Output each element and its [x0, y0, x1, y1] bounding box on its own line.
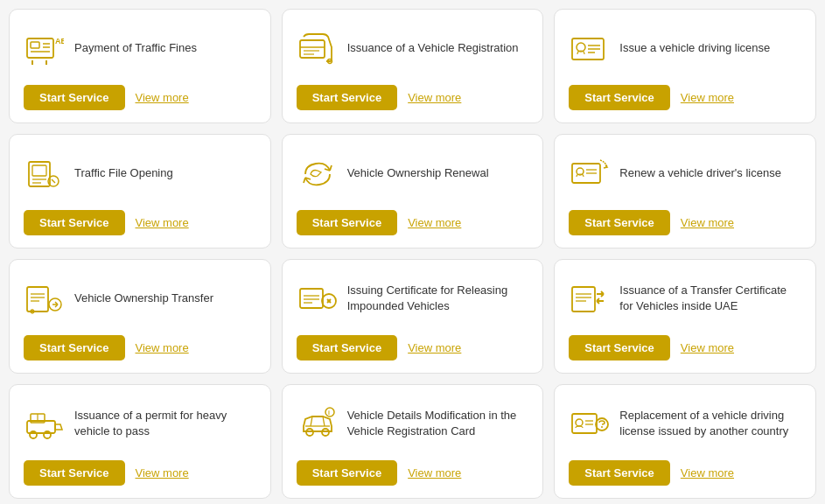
transfer-cert-icon	[569, 281, 611, 316]
card-actions: Start Service View more	[24, 85, 189, 110]
card-title: Renew a vehicle driver's license	[619, 165, 781, 181]
view-more-link[interactable]: View more	[681, 91, 734, 104]
card-header: Vehicle Ownership Transfer	[24, 272, 213, 325]
card-actions: Start Service View more	[569, 335, 734, 360]
card-actions: Start Service View more	[569, 85, 734, 110]
svg-point-55	[325, 408, 334, 416]
service-card-vehicle-ownership-transfer: Vehicle Ownership Transfer Start Service…	[9, 259, 271, 374]
start-service-button[interactable]: Start Service	[569, 85, 670, 110]
svg-rect-1	[31, 42, 39, 48]
service-card-vehicle-ownership-renewal: Vehicle Ownership Renewal Start Service …	[282, 134, 544, 248]
view-more-link[interactable]: View more	[408, 466, 461, 480]
svg-line-23	[52, 179, 55, 183]
ownership-renewal-icon	[297, 156, 339, 191]
service-card-payment-traffic-fines: AED Payment of Traffic Fines Start Servi…	[9, 9, 271, 123]
card-title: Issuing Certificate for Releasing Impoun…	[347, 283, 529, 314]
start-service-button[interactable]: Start Service	[24, 335, 125, 360]
card-header: Issue a vehicle driving license	[569, 22, 770, 74]
card-actions: Start Service View more	[24, 460, 189, 486]
start-service-button[interactable]: Start Service	[297, 460, 398, 486]
service-card-renew-driver-license: Renew a vehicle driver's license Start S…	[554, 134, 816, 248]
driving-license-icon	[569, 31, 611, 66]
card-title: Issuance of a Vehicle Registration	[347, 40, 519, 56]
card-title: Issue a vehicle driving license	[619, 40, 770, 56]
card-header: Issuance of a permit for heavy vehicle t…	[24, 397, 256, 450]
svg-point-53	[306, 429, 313, 436]
card-actions: Start Service View more	[24, 335, 189, 360]
service-card-issuing-certificate-impounded: Issuing Certificate for Releasing Impoun…	[282, 259, 544, 374]
svg-rect-28	[27, 287, 48, 312]
traffic-fine-icon: AED	[24, 31, 66, 66]
card-title: Payment of Traffic Fines	[74, 40, 197, 56]
card-actions: Start Service View more	[24, 210, 189, 235]
start-service-button[interactable]: Start Service	[24, 210, 125, 235]
card-title: Issuance of a Transfer Certificate for V…	[619, 283, 801, 314]
renew-license-icon	[569, 156, 611, 191]
card-header: Vehicle Ownership Renewal	[297, 147, 489, 200]
start-service-button[interactable]: Start Service	[297, 210, 398, 235]
card-header: AED Payment of Traffic Fines	[24, 22, 197, 74]
svg-text:i: i	[328, 410, 330, 416]
view-more-link[interactable]: View more	[681, 341, 734, 354]
svg-rect-19	[32, 165, 46, 176]
service-card-traffic-file-opening: Traffic File Opening Start Service View …	[9, 134, 271, 248]
card-actions: Start Service View more	[297, 85, 462, 110]
view-more-link[interactable]: View more	[681, 466, 734, 480]
svg-point-54	[322, 429, 329, 436]
view-more-link[interactable]: View more	[136, 216, 189, 229]
card-header: Replacement of a vehicle driving license…	[569, 397, 801, 450]
service-card-replacement-driving-license: Replacement of a vehicle driving license…	[554, 384, 816, 499]
view-more-link[interactable]: View more	[136, 466, 189, 480]
vehicle-mod-icon: i	[297, 406, 339, 441]
traffic-file-icon	[24, 156, 66, 191]
card-header: Issuance of a Transfer Certificate for V…	[569, 272, 801, 325]
card-actions: Start Service View more	[297, 460, 462, 486]
card-title: Vehicle Ownership Transfer	[74, 290, 213, 306]
svg-text:AED: AED	[55, 37, 64, 46]
impounded-icon	[297, 281, 339, 316]
start-service-button[interactable]: Start Service	[24, 460, 125, 486]
ownership-transfer-icon	[24, 281, 66, 316]
start-service-button[interactable]: Start Service	[569, 460, 670, 486]
view-more-link[interactable]: View more	[136, 341, 189, 354]
svg-rect-37	[300, 289, 323, 308]
service-card-permit-heavy-vehicle: Issuance of a permit for heavy vehicle t…	[9, 384, 271, 499]
service-card-issuance-vehicle-registration: Issuance of a Vehicle Registration Start…	[282, 9, 544, 123]
svg-point-58	[576, 419, 583, 426]
card-header: Issuing Certificate for Releasing Impoun…	[297, 272, 529, 325]
start-service-button[interactable]: Start Service	[569, 335, 670, 360]
view-more-link[interactable]: View more	[408, 216, 461, 229]
service-card-issue-driving-license: Issue a vehicle driving license Start Se…	[554, 9, 816, 123]
heavy-vehicle-icon	[24, 406, 66, 441]
card-actions: Start Service View more	[297, 210, 462, 235]
card-actions: Start Service View more	[569, 460, 734, 486]
view-more-link[interactable]: View more	[408, 91, 461, 104]
vehicle-reg-icon	[297, 31, 339, 66]
card-header: Traffic File Opening	[24, 147, 173, 200]
service-card-issuance-transfer-certificate: Issuance of a Transfer Certificate for V…	[554, 259, 816, 374]
card-title: Replacement of a vehicle driving license…	[619, 408, 801, 439]
start-service-button[interactable]: Start Service	[297, 85, 398, 110]
card-actions: Start Service View more	[297, 335, 462, 360]
card-title: Issuance of a permit for heavy vehicle t…	[74, 408, 256, 439]
svg-point-62	[601, 426, 603, 428]
view-more-link[interactable]: View more	[408, 341, 461, 354]
view-more-link[interactable]: View more	[136, 91, 189, 104]
card-title: Vehicle Ownership Renewal	[347, 165, 489, 181]
card-title: Vehicle Details Modification in the Vehi…	[347, 408, 529, 439]
view-more-link[interactable]: View more	[681, 216, 734, 229]
card-header: Renew a vehicle driver's license	[569, 147, 781, 200]
svg-rect-8	[300, 40, 325, 58]
card-title: Traffic File Opening	[74, 165, 173, 181]
card-actions: Start Service View more	[569, 210, 734, 235]
services-grid: AED Payment of Traffic Fines Start Servi…	[9, 9, 816, 499]
start-service-button[interactable]: Start Service	[297, 335, 398, 360]
start-service-button[interactable]: Start Service	[569, 210, 670, 235]
service-card-vehicle-details-modification: i Vehicle Details Modification in the Ve…	[282, 384, 544, 499]
card-header: Issuance of a Vehicle Registration	[297, 22, 519, 74]
card-header: i Vehicle Details Modification in the Ve…	[297, 397, 529, 450]
svg-rect-44	[572, 287, 595, 312]
replacement-license-icon	[569, 406, 611, 441]
start-service-button[interactable]: Start Service	[24, 85, 125, 110]
